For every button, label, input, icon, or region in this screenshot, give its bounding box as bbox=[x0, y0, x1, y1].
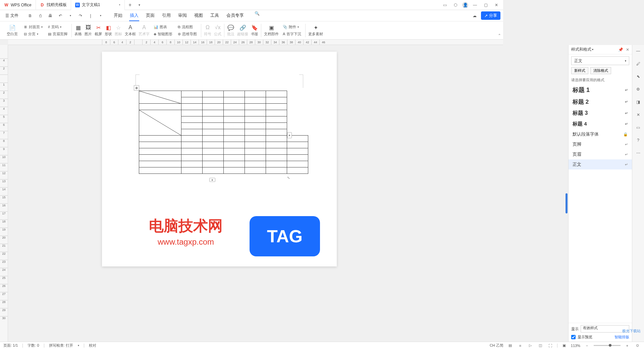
ribbon-wordart[interactable]: A艺术字 bbox=[137, 23, 151, 37]
print-preview-icon[interactable]: 🖶 bbox=[47, 13, 53, 19]
search-icon[interactable]: 🔍 bbox=[254, 10, 260, 16]
maximize-button[interactable]: ▢ bbox=[482, 1, 490, 9]
icon-icon: ☆ bbox=[115, 24, 122, 31]
menu-tab-review[interactable]: 审阅 bbox=[177, 10, 187, 21]
ribbon-sep bbox=[305, 24, 306, 37]
watermark: 电脑技术网 www.tagxp.com bbox=[149, 216, 223, 247]
pagenum-icon: # bbox=[48, 25, 50, 29]
table-icon: ▦ bbox=[75, 24, 82, 31]
menubar: ☰ 文件 🗎 ⎙ 🖶 ↶ ▾ ↷ | ▾ 开始 插入 页面 引用 审阅 视图 工… bbox=[0, 10, 503, 21]
ribbon-sep bbox=[261, 24, 261, 37]
tab-template[interactable]: D 找稻壳模板 bbox=[36, 0, 71, 10]
menu-tab-page[interactable]: 页面 bbox=[145, 10, 155, 21]
menu-tab-view[interactable]: 视图 bbox=[194, 10, 204, 21]
ribbon-pagenum[interactable]: #页码▾ bbox=[47, 24, 69, 30]
ribbon-dropcap[interactable]: A首字下沉 bbox=[281, 31, 303, 37]
horizontal-ruler[interactable]: 8642246810121416182022242628303234363840… bbox=[8, 40, 503, 45]
table-add-column-handle[interactable]: + bbox=[287, 132, 292, 138]
ribbon-attachment[interactable]: 📎附件▾ bbox=[281, 24, 303, 30]
tab-label: 文字文稿1 bbox=[82, 2, 100, 8]
tab-wps-office[interactable]: W WPS Office bbox=[0, 0, 36, 10]
ribbon-cover[interactable]: 🗏封面页▾ bbox=[22, 24, 44, 30]
watermark-title: 电脑技术网 bbox=[149, 216, 223, 236]
symbol-icon: Ω bbox=[204, 24, 211, 31]
close-button[interactable]: ✕ bbox=[492, 1, 500, 9]
menu-tab-tools[interactable]: 工具 bbox=[210, 10, 220, 21]
table-resize-handle[interactable]: ⤡ bbox=[287, 176, 291, 180]
vertical-ruler[interactable]: 4212345678910111213141516171819202122232… bbox=[0, 45, 8, 272]
ribbon-more-material[interactable]: ✦更多素材 bbox=[307, 23, 324, 37]
menu-tab-insert[interactable]: 插入 bbox=[129, 10, 139, 21]
ribbon-icon[interactable]: ☆图标 bbox=[113, 23, 123, 37]
table-move-handle[interactable]: ✥ bbox=[134, 85, 139, 91]
tag-badge: TAG bbox=[250, 216, 320, 256]
tab-menu-button[interactable]: ▾ bbox=[136, 1, 144, 9]
cube-icon[interactable]: ⬡ bbox=[451, 1, 460, 9]
workarea: 4212345678910111213141516171819202122232… bbox=[0, 45, 503, 272]
share-button[interactable]: ↗ 分享 bbox=[481, 11, 500, 20]
redo-icon[interactable]: ↷ bbox=[77, 13, 84, 19]
ribbon-mindmap[interactable]: ⊛思维导图 bbox=[176, 31, 198, 37]
undo-dropdown-icon[interactable]: ▾ bbox=[67, 13, 73, 19]
dropcap-icon: A bbox=[283, 32, 285, 36]
document-canvas[interactable]: ✥ + + ⤡ 电脑技术网 www.tagxp.com bbox=[8, 45, 503, 272]
minimize-button[interactable]: — bbox=[471, 1, 479, 9]
menu-left: ☰ 文件 🗎 ⎙ 🖶 ↶ ▾ ↷ | ▾ bbox=[3, 11, 106, 20]
ribbon-symbol[interactable]: Ω符号 bbox=[203, 23, 213, 37]
attachment-icon: 📎 bbox=[283, 25, 287, 29]
share-icon: ↗ bbox=[484, 13, 488, 18]
file-menu[interactable]: ☰ 文件 bbox=[3, 11, 21, 20]
undo-icon[interactable]: ↶ bbox=[57, 13, 63, 19]
ribbon: 📄空白页 🗏封面页▾ ⊟分页▾ #页码▾ ▤页眉页脚 ▦表格 🖼图片 ✂截屏 ◧… bbox=[0, 21, 503, 40]
ribbon-flowchart[interactable]: ⧉流程图 bbox=[176, 24, 198, 30]
svg-line-0 bbox=[139, 91, 181, 104]
quick-access-toolbar: 🗎 ⎙ 🖶 ↶ ▾ ↷ | ▾ bbox=[24, 13, 106, 19]
qat-sep: | bbox=[88, 13, 94, 19]
ribbon-table[interactable]: ▦表格 bbox=[73, 23, 83, 37]
cover-icon: 🗏 bbox=[24, 25, 28, 29]
ribbon-comment[interactable]: 💬批注 bbox=[226, 23, 236, 37]
bookmark-icon: 🔖 bbox=[251, 24, 258, 31]
ribbon-docparts[interactable]: ▣文档部件 bbox=[263, 23, 280, 37]
new-tab-button[interactable]: + bbox=[126, 1, 134, 9]
ribbon-screenshot[interactable]: ✂截屏 bbox=[93, 23, 103, 37]
menubar-right: ☁ ↗ 分享 bbox=[472, 11, 500, 20]
layout-icon[interactable]: ▭ bbox=[441, 1, 449, 9]
file-menu-label: 文件 bbox=[10, 13, 18, 18]
tab-label: WPS Office bbox=[11, 3, 32, 7]
menu-tab-start[interactable]: 开始 bbox=[113, 10, 123, 21]
menu-tab-member[interactable]: 会员专享 bbox=[226, 10, 245, 21]
margin-marker-tr bbox=[299, 74, 303, 88]
screenshot-icon: ✂ bbox=[95, 24, 102, 31]
ribbon-textbox[interactable]: A文本框 bbox=[123, 23, 137, 37]
document-table[interactable] bbox=[139, 91, 308, 174]
ribbon-equation[interactable]: √x公式 bbox=[213, 23, 223, 37]
ribbon-collapse-icon[interactable]: ⌃ bbox=[498, 33, 501, 38]
ribbon-picture[interactable]: 🖼图片 bbox=[83, 23, 93, 37]
table-add-row-handle[interactable]: + bbox=[209, 178, 215, 182]
menu-tabs: 开始 插入 页面 引用 审阅 视图 工具 会员专享 🔍 bbox=[113, 10, 260, 21]
ribbon-headerfooter[interactable]: ▤页眉页脚 bbox=[47, 31, 69, 37]
tab-document[interactable]: W 文字文稿1 • bbox=[71, 0, 125, 10]
ribbon-smartart[interactable]: ◈智能图形 bbox=[152, 31, 174, 37]
ribbon-bookmark[interactable]: 🔖书签 bbox=[250, 23, 260, 37]
ribbon-sep bbox=[71, 24, 72, 37]
shape-icon: ◧ bbox=[105, 24, 112, 31]
ribbon-hyperlink[interactable]: 🔗超链接 bbox=[236, 23, 250, 37]
ribbon-pagebreak[interactable]: ⊟分页▾ bbox=[22, 31, 44, 37]
cloud-icon[interactable]: ☁ bbox=[472, 13, 478, 19]
print-icon[interactable]: ⎙ bbox=[37, 13, 43, 19]
ribbon-shape[interactable]: ◧形状 bbox=[103, 23, 113, 37]
headerfooter-icon: ▤ bbox=[48, 32, 51, 36]
ribbon-blank-page[interactable]: 📄空白页 bbox=[5, 23, 19, 37]
svg-line-1 bbox=[139, 110, 181, 136]
avatar-icon[interactable]: 👤 bbox=[462, 2, 468, 8]
comment-icon: 💬 bbox=[227, 24, 234, 31]
ribbon-chart[interactable]: 📊图表 bbox=[152, 24, 174, 30]
tab-label: 找稻壳模板 bbox=[47, 2, 67, 8]
menu-tab-reference[interactable]: 引用 bbox=[161, 10, 171, 21]
qat-dropdown-icon[interactable]: ▾ bbox=[98, 13, 104, 19]
pagebreak-icon: ⊟ bbox=[24, 32, 27, 36]
save-icon[interactable]: 🗎 bbox=[27, 13, 33, 19]
wps-icon: W bbox=[4, 3, 9, 7]
